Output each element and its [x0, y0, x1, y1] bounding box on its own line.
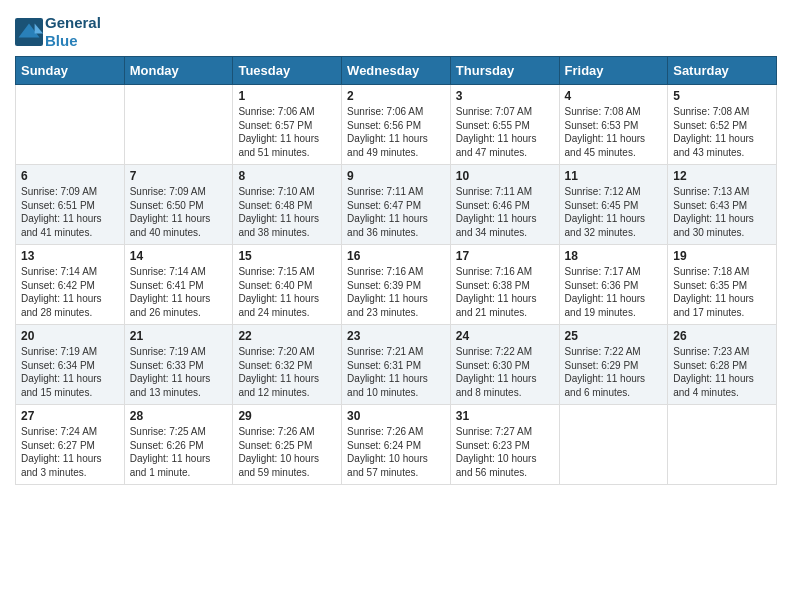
day-cell: 20Sunrise: 7:19 AM Sunset: 6:34 PM Dayli… — [16, 325, 125, 405]
day-info: Sunrise: 7:13 AM Sunset: 6:43 PM Dayligh… — [673, 185, 771, 239]
day-cell: 16Sunrise: 7:16 AM Sunset: 6:39 PM Dayli… — [342, 245, 451, 325]
day-cell: 2Sunrise: 7:06 AM Sunset: 6:56 PM Daylig… — [342, 85, 451, 165]
day-cell: 10Sunrise: 7:11 AM Sunset: 6:46 PM Dayli… — [450, 165, 559, 245]
day-number: 7 — [130, 169, 228, 183]
day-cell: 24Sunrise: 7:22 AM Sunset: 6:30 PM Dayli… — [450, 325, 559, 405]
day-cell — [16, 85, 125, 165]
day-cell: 15Sunrise: 7:15 AM Sunset: 6:40 PM Dayli… — [233, 245, 342, 325]
week-row: 13Sunrise: 7:14 AM Sunset: 6:42 PM Dayli… — [16, 245, 777, 325]
day-cell: 29Sunrise: 7:26 AM Sunset: 6:25 PM Dayli… — [233, 405, 342, 485]
day-number: 30 — [347, 409, 445, 423]
day-number: 28 — [130, 409, 228, 423]
weekday-header: Thursday — [450, 57, 559, 85]
day-number: 19 — [673, 249, 771, 263]
day-cell: 18Sunrise: 7:17 AM Sunset: 6:36 PM Dayli… — [559, 245, 668, 325]
day-info: Sunrise: 7:10 AM Sunset: 6:48 PM Dayligh… — [238, 185, 336, 239]
day-cell: 1Sunrise: 7:06 AM Sunset: 6:57 PM Daylig… — [233, 85, 342, 165]
logo-text: General Blue — [45, 14, 101, 50]
weekday-header: Friday — [559, 57, 668, 85]
day-info: Sunrise: 7:11 AM Sunset: 6:47 PM Dayligh… — [347, 185, 445, 239]
day-cell: 7Sunrise: 7:09 AM Sunset: 6:50 PM Daylig… — [124, 165, 233, 245]
day-info: Sunrise: 7:11 AM Sunset: 6:46 PM Dayligh… — [456, 185, 554, 239]
day-cell: 4Sunrise: 7:08 AM Sunset: 6:53 PM Daylig… — [559, 85, 668, 165]
day-info: Sunrise: 7:27 AM Sunset: 6:23 PM Dayligh… — [456, 425, 554, 479]
day-info: Sunrise: 7:16 AM Sunset: 6:39 PM Dayligh… — [347, 265, 445, 319]
day-cell: 23Sunrise: 7:21 AM Sunset: 6:31 PM Dayli… — [342, 325, 451, 405]
day-cell: 6Sunrise: 7:09 AM Sunset: 6:51 PM Daylig… — [16, 165, 125, 245]
day-number: 12 — [673, 169, 771, 183]
week-row: 27Sunrise: 7:24 AM Sunset: 6:27 PM Dayli… — [16, 405, 777, 485]
day-info: Sunrise: 7:24 AM Sunset: 6:27 PM Dayligh… — [21, 425, 119, 479]
day-info: Sunrise: 7:07 AM Sunset: 6:55 PM Dayligh… — [456, 105, 554, 159]
day-info: Sunrise: 7:15 AM Sunset: 6:40 PM Dayligh… — [238, 265, 336, 319]
day-number: 6 — [21, 169, 119, 183]
header: General Blue — [15, 10, 777, 50]
day-cell — [124, 85, 233, 165]
day-cell: 8Sunrise: 7:10 AM Sunset: 6:48 PM Daylig… — [233, 165, 342, 245]
day-number: 8 — [238, 169, 336, 183]
day-info: Sunrise: 7:20 AM Sunset: 6:32 PM Dayligh… — [238, 345, 336, 399]
calendar-table: SundayMondayTuesdayWednesdayThursdayFrid… — [15, 56, 777, 485]
day-cell — [559, 405, 668, 485]
day-cell: 11Sunrise: 7:12 AM Sunset: 6:45 PM Dayli… — [559, 165, 668, 245]
day-number: 14 — [130, 249, 228, 263]
day-cell: 22Sunrise: 7:20 AM Sunset: 6:32 PM Dayli… — [233, 325, 342, 405]
day-number: 22 — [238, 329, 336, 343]
day-cell: 5Sunrise: 7:08 AM Sunset: 6:52 PM Daylig… — [668, 85, 777, 165]
day-cell: 26Sunrise: 7:23 AM Sunset: 6:28 PM Dayli… — [668, 325, 777, 405]
day-cell: 30Sunrise: 7:26 AM Sunset: 6:24 PM Dayli… — [342, 405, 451, 485]
day-number: 23 — [347, 329, 445, 343]
week-row: 20Sunrise: 7:19 AM Sunset: 6:34 PM Dayli… — [16, 325, 777, 405]
day-info: Sunrise: 7:19 AM Sunset: 6:33 PM Dayligh… — [130, 345, 228, 399]
day-cell: 3Sunrise: 7:07 AM Sunset: 6:55 PM Daylig… — [450, 85, 559, 165]
day-number: 17 — [456, 249, 554, 263]
day-cell: 12Sunrise: 7:13 AM Sunset: 6:43 PM Dayli… — [668, 165, 777, 245]
day-cell: 31Sunrise: 7:27 AM Sunset: 6:23 PM Dayli… — [450, 405, 559, 485]
day-cell — [668, 405, 777, 485]
day-cell: 19Sunrise: 7:18 AM Sunset: 6:35 PM Dayli… — [668, 245, 777, 325]
day-info: Sunrise: 7:06 AM Sunset: 6:56 PM Dayligh… — [347, 105, 445, 159]
day-info: Sunrise: 7:09 AM Sunset: 6:51 PM Dayligh… — [21, 185, 119, 239]
logo: General Blue — [15, 14, 101, 50]
day-number: 3 — [456, 89, 554, 103]
day-cell: 17Sunrise: 7:16 AM Sunset: 6:38 PM Dayli… — [450, 245, 559, 325]
weekday-header: Sunday — [16, 57, 125, 85]
day-cell: 25Sunrise: 7:22 AM Sunset: 6:29 PM Dayli… — [559, 325, 668, 405]
day-info: Sunrise: 7:09 AM Sunset: 6:50 PM Dayligh… — [130, 185, 228, 239]
day-info: Sunrise: 7:06 AM Sunset: 6:57 PM Dayligh… — [238, 105, 336, 159]
week-row: 6Sunrise: 7:09 AM Sunset: 6:51 PM Daylig… — [16, 165, 777, 245]
day-info: Sunrise: 7:26 AM Sunset: 6:24 PM Dayligh… — [347, 425, 445, 479]
day-number: 20 — [21, 329, 119, 343]
day-info: Sunrise: 7:17 AM Sunset: 6:36 PM Dayligh… — [565, 265, 663, 319]
day-cell: 21Sunrise: 7:19 AM Sunset: 6:33 PM Dayli… — [124, 325, 233, 405]
weekday-header: Monday — [124, 57, 233, 85]
day-number: 4 — [565, 89, 663, 103]
day-number: 10 — [456, 169, 554, 183]
day-number: 25 — [565, 329, 663, 343]
day-info: Sunrise: 7:26 AM Sunset: 6:25 PM Dayligh… — [238, 425, 336, 479]
day-number: 1 — [238, 89, 336, 103]
weekday-header: Saturday — [668, 57, 777, 85]
day-info: Sunrise: 7:25 AM Sunset: 6:26 PM Dayligh… — [130, 425, 228, 479]
day-info: Sunrise: 7:16 AM Sunset: 6:38 PM Dayligh… — [456, 265, 554, 319]
page: General Blue SundayMondayTuesdayWednesda… — [0, 0, 792, 612]
day-number: 11 — [565, 169, 663, 183]
day-number: 31 — [456, 409, 554, 423]
day-info: Sunrise: 7:08 AM Sunset: 6:52 PM Dayligh… — [673, 105, 771, 159]
logo-icon — [15, 18, 43, 46]
day-cell: 14Sunrise: 7:14 AM Sunset: 6:41 PM Dayli… — [124, 245, 233, 325]
day-info: Sunrise: 7:23 AM Sunset: 6:28 PM Dayligh… — [673, 345, 771, 399]
day-info: Sunrise: 7:21 AM Sunset: 6:31 PM Dayligh… — [347, 345, 445, 399]
week-row: 1Sunrise: 7:06 AM Sunset: 6:57 PM Daylig… — [16, 85, 777, 165]
day-info: Sunrise: 7:22 AM Sunset: 6:30 PM Dayligh… — [456, 345, 554, 399]
day-number: 15 — [238, 249, 336, 263]
weekday-header: Tuesday — [233, 57, 342, 85]
day-info: Sunrise: 7:08 AM Sunset: 6:53 PM Dayligh… — [565, 105, 663, 159]
day-number: 24 — [456, 329, 554, 343]
day-number: 21 — [130, 329, 228, 343]
day-number: 26 — [673, 329, 771, 343]
header-row: SundayMondayTuesdayWednesdayThursdayFrid… — [16, 57, 777, 85]
day-info: Sunrise: 7:12 AM Sunset: 6:45 PM Dayligh… — [565, 185, 663, 239]
day-info: Sunrise: 7:14 AM Sunset: 6:41 PM Dayligh… — [130, 265, 228, 319]
day-info: Sunrise: 7:22 AM Sunset: 6:29 PM Dayligh… — [565, 345, 663, 399]
